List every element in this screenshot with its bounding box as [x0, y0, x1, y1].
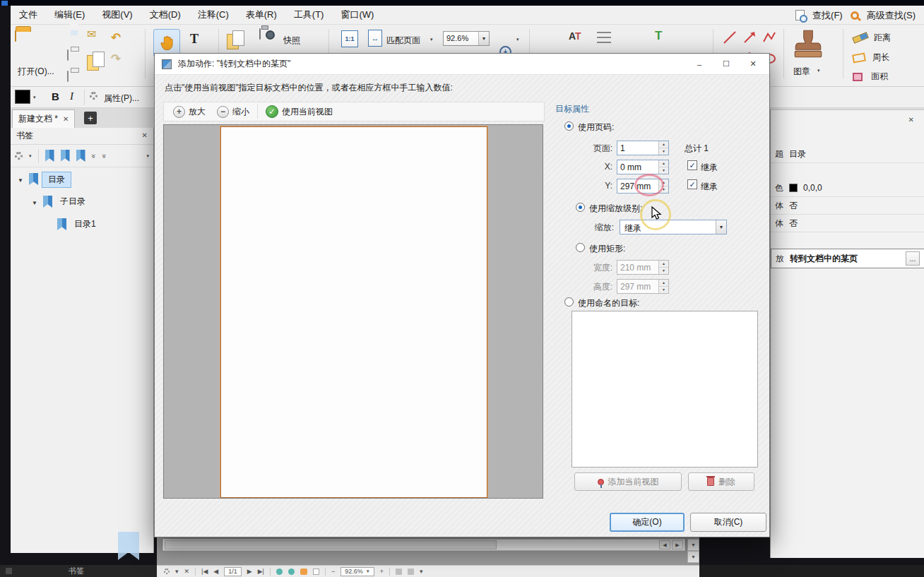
collapse-all-icon[interactable]: » — [100, 153, 109, 157]
open-button-label[interactable]: 打开(O)... — [11, 66, 61, 78]
dialog-minimize-button[interactable]: – — [686, 54, 713, 74]
menu-find[interactable]: 查找(F) — [808, 6, 847, 25]
stamp-tool-button[interactable] — [793, 28, 823, 64]
dialog-titlebar[interactable]: 添加动作: "转到文档中的某页" – ☐ ✕ — [155, 54, 769, 75]
y-input[interactable]: 297 mm ▲▼ — [617, 179, 669, 194]
zoom-mode-dropdown[interactable]: 继承 ▼ — [620, 220, 727, 234]
bookmark-item-mulu[interactable]: 目录 — [42, 172, 71, 188]
expand-all-icon[interactable]: » — [90, 153, 98, 157]
perimeter-tool-button[interactable]: 周长 — [853, 52, 889, 64]
add-bookmark-icon[interactable] — [76, 150, 85, 162]
preview-page[interactable] — [220, 126, 487, 498]
tab-close-icon[interactable]: ✕ — [63, 115, 69, 123]
polyline-tool-button[interactable] — [762, 30, 776, 44]
add-current-view-button[interactable]: 添加当前视图 — [574, 472, 682, 491]
color-swatch[interactable] — [789, 184, 798, 192]
text-box-tool-button[interactable]: T — [655, 29, 662, 43]
zoom-mode-caret-icon[interactable]: ▼ — [716, 220, 726, 234]
ok-button[interactable]: 确定(O) — [610, 513, 685, 532]
spin-down-icon[interactable]: ▼ — [659, 167, 668, 174]
use-page-number-radio[interactable] — [564, 121, 574, 131]
action-more-button[interactable]: ... — [906, 251, 920, 266]
page-number-spinner[interactable]: ▲▼ — [658, 141, 668, 155]
bookmarks-panel-close-icon[interactable]: ✕ — [142, 131, 148, 139]
x-spinner[interactable]: ▲▼ — [658, 160, 668, 174]
spin-up-icon[interactable]: ▲ — [659, 141, 668, 148]
actual-size-button[interactable]: 1:1 — [341, 30, 358, 47]
page-layout-icon[interactable] — [313, 569, 319, 575]
use-current-view-button[interactable]: ✓ 使用当前视图 — [262, 105, 336, 118]
destination-page-preview[interactable] — [163, 124, 543, 499]
use-rectangle-radio[interactable] — [576, 243, 585, 252]
y-spinner[interactable]: ▲▼ — [658, 179, 668, 193]
typewriter-tool-button[interactable]: AT — [569, 30, 581, 42]
pan-tool-icon[interactable] — [300, 569, 307, 575]
previous-page-icon[interactable]: ◀ — [213, 568, 218, 575]
view-mode-icon[interactable] — [288, 569, 295, 575]
view-mode-icon[interactable] — [276, 569, 283, 575]
open-button[interactable] — [15, 31, 16, 41]
bookmark-item-zimulu[interactable]: 子目录 — [54, 194, 91, 209]
color-caret-icon[interactable]: ▾ — [33, 95, 36, 100]
color-swatch-button[interactable] — [15, 90, 30, 104]
property-row-action[interactable]: 放 转到文档中的某页 ... — [771, 249, 924, 268]
menu-window[interactable]: 窗口(W) — [332, 5, 382, 25]
email-button[interactable]: ✉ — [87, 29, 96, 40]
area-tool-button[interactable]: 面积 — [853, 71, 888, 83]
panel-more-caret-icon[interactable]: ▾ — [146, 153, 149, 159]
menu-comment[interactable]: 注释(C) — [189, 5, 237, 25]
menu-file[interactable]: 文件 — [11, 5, 46, 25]
properties-panel-close-icon[interactable]: ✕ — [908, 116, 914, 124]
new-tab-button[interactable]: + — [84, 112, 97, 124]
property-row-color[interactable]: 色 0,0,0 — [771, 179, 924, 197]
undo-button[interactable]: ↶ — [111, 30, 121, 45]
zoom-dropdown-caret-icon[interactable]: ▼ — [478, 32, 489, 45]
property-row-bold[interactable]: 体 否 — [771, 197, 924, 215]
more-caret-icon[interactable]: ▾ — [420, 568, 423, 575]
page-number-input[interactable]: 1 ▲▼ — [617, 141, 669, 155]
menu-edit[interactable]: 编辑(E) — [46, 5, 93, 25]
close-icon[interactable]: ✕ — [184, 568, 190, 575]
print-button[interactable] — [67, 50, 69, 60]
stamp-caret-icon[interactable]: ▾ — [817, 68, 820, 73]
use-named-destination-radio[interactable] — [564, 297, 574, 307]
redo-button[interactable]: ↷ — [111, 52, 121, 66]
use-zoom-level-radio[interactable] — [576, 203, 585, 212]
last-page-icon[interactable]: ▶| — [258, 568, 264, 575]
next-page-icon[interactable]: ▶ — [247, 568, 252, 575]
menu-tools[interactable]: 工具(T) — [285, 5, 333, 25]
line-tool-button[interactable] — [723, 30, 737, 44]
page-number-box[interactable]: 1/1 — [224, 567, 242, 576]
arrow-tool-button[interactable] — [742, 30, 757, 44]
named-destinations-list[interactable] — [571, 311, 758, 468]
horizontal-scrollbar-thumb[interactable] — [165, 540, 497, 549]
bookmarks-options-gear-icon[interactable] — [15, 152, 23, 160]
zoom-level-dropdown[interactable]: 92.6% ▼ — [443, 31, 490, 46]
expander-icon[interactable]: ▼ — [18, 177, 23, 184]
cancel-button[interactable]: 取消(C) — [690, 513, 766, 532]
save-copy-button[interactable] — [67, 71, 69, 81]
layout-icon[interactable] — [396, 569, 402, 575]
bookmarks-bottom-tab[interactable]: 书签 — [69, 566, 84, 576]
horizontal-scrollbar[interactable]: ◀ ▶ — [162, 539, 685, 551]
new-bookmark-icon[interactable] — [45, 150, 54, 162]
list-tool-icon[interactable] — [597, 32, 611, 43]
tab-new-document[interactable]: 新建文档 * ✕ — [12, 109, 75, 128]
menu-advanced-find[interactable]: 高级查找(S) — [863, 6, 920, 25]
expander-icon[interactable]: ▼ — [32, 200, 37, 206]
scroll-down-icon[interactable]: ▼ — [687, 551, 699, 563]
zoom-tool-caret-icon[interactable]: ▾ — [516, 37, 519, 42]
bold-button[interactable]: B — [52, 90, 59, 102]
options-caret-icon[interactable]: ▾ — [175, 568, 179, 575]
dialog-zoom-in-button[interactable]: + 放大 — [170, 106, 209, 118]
italic-button[interactable]: I — [70, 90, 73, 102]
options-gear-icon[interactable] — [164, 569, 170, 574]
menu-form[interactable]: 表单(R) — [237, 5, 285, 25]
properties-button[interactable]: 属性(P)... — [104, 93, 139, 105]
layout-icon[interactable] — [408, 569, 414, 575]
spin-up-icon[interactable]: ▲ — [659, 179, 668, 186]
y-inherit-checkbox[interactable]: ✓ — [687, 179, 697, 189]
scroll-right-icon[interactable]: ▶ — [672, 540, 683, 549]
snapshot-button[interactable] — [259, 29, 261, 39]
spin-down-icon[interactable]: ▼ — [659, 186, 668, 193]
